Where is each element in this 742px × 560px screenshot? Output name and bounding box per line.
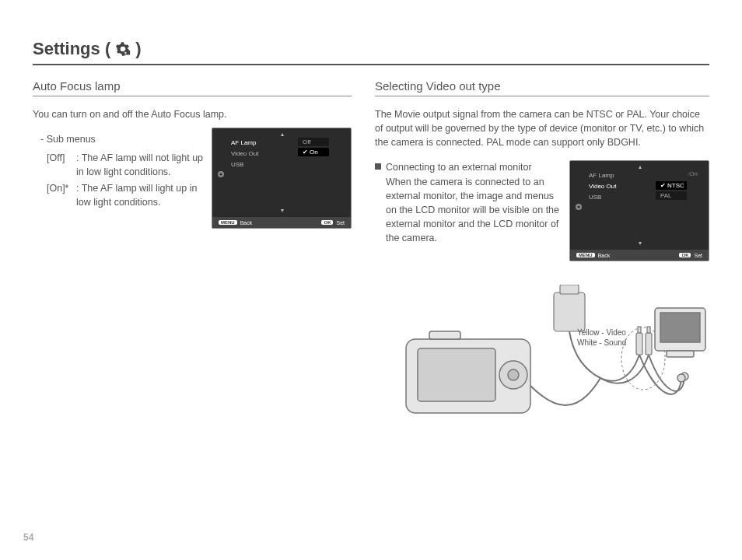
left-column: Auto Focus lamp You can turn on and off … bbox=[33, 79, 352, 432]
connection-diagram: Yellow - Video White - Sound bbox=[375, 285, 709, 432]
svg-rect-15 bbox=[646, 333, 652, 355]
footer-back: Back bbox=[240, 220, 253, 226]
option-item: PAL bbox=[656, 191, 687, 200]
menu-item: Video Out bbox=[586, 181, 619, 192]
title-prefix: Settings ( bbox=[33, 39, 110, 59]
camera-screen-af: ▴ AF Lamp Video Out USB Off ✔On ▾ bbox=[212, 128, 352, 229]
svg-rect-18 bbox=[660, 313, 700, 342]
submenu-item: [On]* : The AF lamp will light up in low… bbox=[47, 181, 204, 209]
arrow-down-icon: ▾ bbox=[639, 240, 642, 247]
label-yellow-video: Yellow - Video bbox=[577, 327, 626, 338]
ok-button-label: OK bbox=[321, 220, 333, 225]
left-heading: Auto Focus lamp bbox=[33, 79, 352, 96]
menu-item: AF Lamp bbox=[586, 170, 619, 181]
svg-point-21 bbox=[677, 374, 685, 382]
footer-set: Set bbox=[336, 220, 345, 226]
arrow-down-icon: ▾ bbox=[281, 207, 284, 214]
menu-item: USB bbox=[586, 192, 619, 203]
svg-rect-13 bbox=[636, 333, 642, 355]
check-icon: ✔ bbox=[660, 182, 666, 189]
svg-rect-9 bbox=[429, 331, 460, 339]
option-item: ✔NTSC bbox=[656, 181, 687, 190]
gear-icon bbox=[115, 41, 131, 57]
check-icon: ✔ bbox=[303, 149, 308, 156]
right-bullet-block: Connecting to an external monitor When t… bbox=[375, 160, 562, 245]
footer-back: Back bbox=[598, 253, 611, 258]
submenu-item: [Off] : The AF lamp will not light up in… bbox=[47, 151, 204, 179]
page-title: Settings ( ) bbox=[33, 39, 709, 65]
menu-button-label: MENU bbox=[576, 253, 595, 257]
svg-rect-10 bbox=[554, 292, 585, 331]
menu-item: Video Out bbox=[228, 149, 261, 159]
screen-footer: MENU Back OK Set bbox=[212, 217, 351, 228]
right-heading: Selecting Video out type bbox=[375, 79, 709, 96]
menu-item: AF Lamp bbox=[228, 138, 261, 149]
page-number: 54 bbox=[23, 532, 33, 543]
svg-point-8 bbox=[508, 369, 519, 380]
submenu-label: - Sub menus bbox=[40, 132, 204, 146]
svg-rect-14 bbox=[638, 327, 641, 333]
option-item: ✔On bbox=[298, 148, 329, 156]
submenu-desc: : The AF lamp will not light up in low l… bbox=[76, 151, 204, 179]
arrow-up-icon: ▴ bbox=[281, 131, 284, 138]
label-white-sound: White - Sound bbox=[577, 338, 626, 348]
gear-small-icon bbox=[217, 170, 225, 178]
square-bullet-icon bbox=[375, 163, 381, 170]
right-column: Selecting Video out type The Movie outpu… bbox=[375, 79, 709, 432]
ok-button-label: OK bbox=[679, 253, 691, 257]
menu-item: USB bbox=[228, 159, 261, 170]
left-submenu-block: - Sub menus [Off] : The AF lamp will not… bbox=[33, 128, 204, 209]
left-intro: You can turn on and off the Auto Focus l… bbox=[33, 107, 352, 121]
gear-small-icon bbox=[575, 203, 583, 211]
title-suffix: ) bbox=[135, 39, 141, 59]
camera-screen-video: ▴ :On AF Lamp Video Out USB ✔NTSC PAL ▾ bbox=[569, 160, 709, 261]
bullet-body: When the camera is connected to an exter… bbox=[386, 175, 562, 246]
bullet-title: Connecting to an external monitor bbox=[386, 160, 562, 174]
svg-rect-6 bbox=[418, 348, 495, 401]
svg-rect-19 bbox=[667, 351, 694, 357]
content-columns: Auto Focus lamp You can turn on and off … bbox=[33, 79, 709, 432]
option-item: Off bbox=[298, 138, 329, 146]
svg-point-4 bbox=[577, 206, 579, 208]
manual-page: Settings ( ) Auto Focus lamp You can tur… bbox=[0, 0, 742, 560]
footer-set: Set bbox=[694, 253, 702, 258]
submenu-key: [On]* bbox=[47, 181, 76, 209]
menu-button-label: MENU bbox=[219, 220, 237, 225]
arrow-up-icon: ▴ bbox=[639, 163, 642, 170]
right-value: :On bbox=[688, 170, 698, 177]
submenu-desc: : The AF lamp will light up in low light… bbox=[76, 181, 204, 209]
right-intro: The Movie output signal from the camera … bbox=[375, 107, 709, 149]
submenu-key: [Off] bbox=[47, 151, 76, 179]
screen-footer: MENU Back OK Set bbox=[570, 250, 709, 261]
svg-rect-11 bbox=[560, 285, 579, 294]
svg-rect-16 bbox=[647, 327, 650, 333]
svg-point-2 bbox=[219, 173, 222, 176]
cable-labels: Yellow - Video White - Sound bbox=[577, 327, 626, 348]
